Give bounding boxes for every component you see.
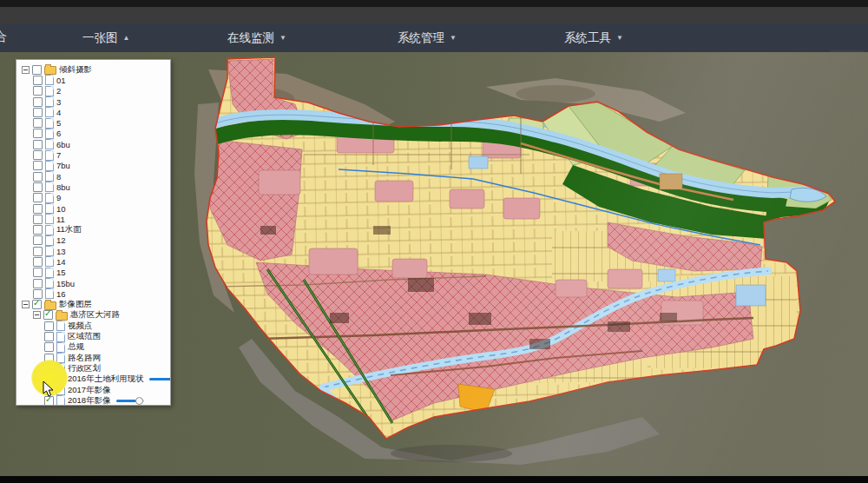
layer-checkbox[interactable] [33, 97, 43, 107]
window-chrome-strip [0, 7, 868, 23]
tree-row: 15 [18, 268, 168, 278]
tree-label[interactable]: 2018年影像 [68, 395, 111, 406]
tree-label[interactable]: 2 [56, 86, 61, 96]
tree-label[interactable]: 10 [56, 204, 66, 214]
tree-label[interactable]: 路名路网 [68, 353, 101, 364]
layer-checkbox[interactable] [33, 193, 43, 202]
layer-checkbox-checked[interactable] [32, 300, 42, 309]
document-icon [56, 332, 65, 342]
tree-label[interactable]: 视频点 [68, 321, 93, 332]
layer-checkbox[interactable] [33, 140, 43, 149]
tree-row: 8bu [18, 182, 168, 192]
tree-label[interactable]: 13 [56, 247, 66, 256]
tree-label[interactable]: 影像图层 [59, 299, 92, 310]
tree-label[interactable]: 行政区划 [68, 363, 101, 374]
nav-item-1[interactable]: 在线监测▼ [227, 23, 286, 52]
document-icon [45, 118, 54, 129]
tree-row: 视频点 [18, 321, 168, 331]
slider-thumb[interactable] [135, 397, 143, 405]
layer-checkbox-checked[interactable] [43, 310, 53, 320]
tree-row: 01 [18, 75, 168, 85]
tree-label[interactable]: 16 [56, 289, 66, 299]
tree-label[interactable]: 6 [56, 129, 61, 138]
tree-label[interactable]: 6bu [56, 140, 70, 149]
tree-label[interactable]: 8bu [56, 182, 70, 192]
layer-checkbox[interactable] [33, 182, 43, 192]
tree-label[interactable]: 01 [56, 76, 66, 85]
tree-row: 6bu [18, 139, 168, 149]
layer-checkbox[interactable] [33, 235, 43, 245]
document-icon [56, 374, 65, 385]
tree-row: 2016年土地利用现状 [18, 374, 168, 385]
tree-label[interactable]: 11 [56, 215, 65, 224]
tree-label[interactable]: 15bu [56, 279, 75, 288]
layer-checkbox[interactable] [33, 247, 43, 256]
tree-label[interactable]: 惠济区大河路 [70, 309, 120, 321]
layer-checkbox[interactable] [33, 108, 43, 117]
tree-label[interactable]: 15 [56, 268, 66, 277]
layer-checkbox[interactable] [33, 150, 43, 160]
tree-label[interactable]: 9 [56, 193, 61, 202]
layer-checkbox[interactable] [33, 257, 43, 267]
document-icon [45, 203, 54, 214]
layer-checkbox[interactable] [33, 204, 43, 214]
layer-checkbox[interactable] [33, 215, 43, 224]
opacity-slider[interactable] [116, 397, 144, 405]
layer-checkbox[interactable] [44, 332, 54, 341]
layer-checkbox[interactable] [33, 118, 43, 128]
layer-checkbox[interactable] [33, 225, 43, 235]
collapse-icon[interactable] [22, 66, 30, 74]
tree-row: 5 [18, 117, 168, 128]
layer-checkbox[interactable] [33, 129, 43, 138]
tree-label[interactable]: 7 [56, 150, 61, 160]
layer-checkbox[interactable] [33, 268, 43, 277]
layer-checkbox[interactable] [33, 86, 43, 96]
letterbox-strip-top [0, 0, 868, 7]
layer-checkbox[interactable] [33, 161, 43, 170]
tree-label[interactable]: 2016年土地利用现状 [68, 374, 144, 385]
tree-label[interactable]: 8 [56, 172, 61, 182]
tree-row: 8 [18, 171, 168, 182]
tree-label[interactable]: 5 [56, 118, 61, 128]
tree-row: 倾斜摄影 [18, 64, 168, 75]
tree-label[interactable]: 倾斜摄影 [59, 64, 92, 76]
tree-label[interactable]: 7bu [56, 161, 70, 170]
tree-row: 2017年影像 [18, 385, 168, 395]
layer-checkbox[interactable] [33, 279, 43, 288]
layer-checkbox-checked[interactable] [44, 396, 54, 406]
tree-label[interactable]: 3 [56, 97, 61, 107]
document-icon [45, 246, 54, 256]
layer-tree-panel: 倾斜摄影01234566bu77bu88bu9101111水面121314151… [16, 59, 171, 406]
tree-label[interactable]: 区域范围 [68, 331, 101, 342]
tree-row: 11水面 [18, 224, 168, 235]
tree-row: 影像图层 [18, 300, 168, 310]
nav-item-0-active[interactable]: 一张图▲ [82, 23, 129, 52]
tree-row: 7bu [18, 161, 168, 171]
tree-label[interactable]: 14 [56, 257, 66, 267]
tree-row: 9 [18, 193, 168, 203]
tree-row: 区域范围 [18, 331, 168, 341]
layer-checkbox-checked[interactable] [44, 374, 54, 384]
document-icon [45, 161, 54, 171]
document-icon [45, 129, 54, 139]
collapse-icon[interactable] [22, 301, 30, 308]
nav-item-2[interactable]: 系统管理▼ [398, 23, 457, 52]
layer-checkbox[interactable] [44, 342, 54, 352]
tree-label[interactable]: 12 [56, 235, 66, 245]
document-icon [45, 256, 54, 267]
tree-label[interactable]: 2017年影像 [68, 385, 111, 396]
layer-checkbox[interactable] [44, 321, 54, 331]
tree-row: 13 [18, 246, 168, 256]
collapse-icon[interactable] [33, 311, 41, 319]
tree-label[interactable]: 4 [56, 108, 61, 117]
tree-label[interactable]: 总规 [68, 341, 84, 353]
document-icon [45, 96, 54, 107]
tree-label[interactable]: 11水面 [56, 224, 82, 235]
layer-checkbox[interactable] [33, 76, 43, 85]
caret-down-icon: ▼ [616, 34, 623, 42]
nav-item-3[interactable]: 系统工具▼ [564, 23, 623, 52]
layer-checkbox[interactable] [33, 172, 43, 182]
layer-checkbox[interactable] [32, 65, 42, 75]
opacity-slider[interactable] [149, 375, 171, 383]
layer-checkbox[interactable] [44, 354, 54, 363]
